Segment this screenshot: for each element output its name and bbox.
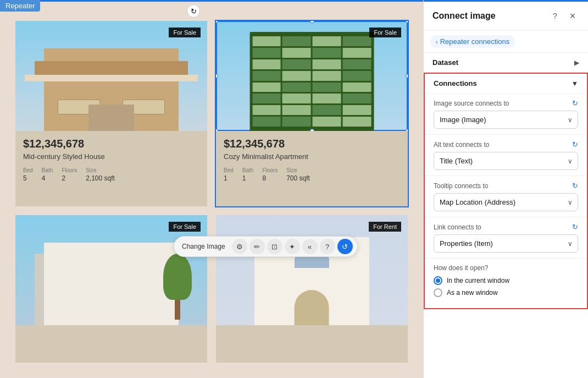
handle-br[interactable] xyxy=(406,129,408,131)
radio-new-label: As a new window xyxy=(447,289,498,297)
card-2-title: Cozy Minimalist Apartment xyxy=(224,152,400,161)
image-source-select[interactable]: Image (Image) Title (Text) Map Location … xyxy=(434,111,578,129)
card-1-image: For Sale xyxy=(15,21,207,131)
card-1-title: Mid-century Styled House xyxy=(23,152,199,161)
card-3-image: For Sale xyxy=(15,215,207,325)
alt-text-group: Alt text connects to ↻ Image (Image) Tit… xyxy=(425,134,587,176)
link-label: Link connects to ↻ xyxy=(434,223,578,231)
alt-text-refresh-icon[interactable]: ↻ xyxy=(572,140,578,149)
card-2-content: $12,345,678 Cozy Minimalist Apartment Be… xyxy=(216,131,408,189)
card-2-image: For Sale Image ↻ xyxy=(216,21,408,131)
panel-title: Connect image xyxy=(432,11,496,21)
cards-grid: For Sale $12,345,678 Mid-century Styled … xyxy=(0,0,423,378)
how-open-section: How does it open? In the current window … xyxy=(425,258,587,308)
edit-btn[interactable]: ✏ xyxy=(249,239,265,254)
right-panel: Connect image ? × ‹ Repeater connections… xyxy=(423,0,588,378)
how-open-label: How does it open? xyxy=(434,264,578,272)
tooltip-select[interactable]: Image (Image) Title (Text) Map Location … xyxy=(434,193,578,211)
connections-label: Connections xyxy=(434,79,477,87)
card-1-specs: Bed5 Bath4 Floors2 Size2,100 sqft xyxy=(23,167,199,182)
connect-btn[interactable]: ↺ xyxy=(337,239,353,254)
tooltip-refresh-icon[interactable]: ↻ xyxy=(572,182,578,190)
breadcrumb-text: Repeater connections xyxy=(440,37,509,46)
radio-current-circle xyxy=(434,276,442,285)
card-1-price: $12,345,678 xyxy=(23,138,199,150)
back-btn[interactable]: « xyxy=(302,239,318,254)
crop-btn[interactable]: ⊡ xyxy=(267,239,282,254)
connections-section: Connections ▼ Image source connects to ↻… xyxy=(424,73,588,309)
image-source-dropdown-wrap: Image (Image) Title (Text) Map Location … xyxy=(434,111,578,129)
green-building-shape xyxy=(249,32,374,131)
dataset-row[interactable]: Dataset ▶ xyxy=(424,53,588,73)
close-icon-btn[interactable]: × xyxy=(566,9,579,23)
image-source-refresh-icon[interactable]: ↻ xyxy=(572,99,578,107)
mask-btn[interactable]: ✦ xyxy=(285,239,300,254)
canvas-area: Repeater ↻ For Sale $12,345,678 xyxy=(0,0,423,378)
card-1[interactable]: For Sale $12,345,678 Mid-century Styled … xyxy=(15,21,207,206)
dataset-label: Dataset xyxy=(432,58,458,67)
link-dropdown-wrap: Image (Image) Title (Text) Map Location … xyxy=(434,234,578,253)
card-2-specs: Bed1 Bath1 Floors8 Size700 sqft xyxy=(224,167,400,182)
handle-tl[interactable] xyxy=(216,21,218,23)
card-4-image: For Rent xyxy=(216,215,408,325)
card-2[interactable]: For Sale Image ↻ $12,345,678 Cozy Minima… xyxy=(216,21,408,206)
radio-new-circle xyxy=(434,288,442,297)
toolbar-change-image-label: Change Image xyxy=(179,242,229,251)
card-2-badge: For Sale xyxy=(369,28,401,37)
handle-tm[interactable] xyxy=(310,21,314,23)
card-1-badge: For Sale xyxy=(169,28,201,37)
radio-current-label: In the current window xyxy=(447,277,509,284)
help-icon-btn[interactable]: ? xyxy=(548,9,562,23)
tooltip-group: Tooltip connects to ↻ Image (Image) Titl… xyxy=(425,176,587,217)
alt-text-dropdown-wrap: Image (Image) Title (Text) Map Location … xyxy=(434,152,578,170)
panel-header-icons: ? × xyxy=(548,9,579,23)
card-3-badge: For Sale xyxy=(169,222,201,232)
card-4-content xyxy=(216,325,408,345)
tooltip-dropdown-wrap: Image (Image) Title (Text) Map Location … xyxy=(434,193,578,211)
card-2-price: $12,345,678 xyxy=(224,138,400,150)
radio-new-window[interactable]: As a new window xyxy=(434,288,578,297)
connections-chevron-icon: ▼ xyxy=(572,80,578,87)
image-source-group: Image source connects to ↻ Image (Image)… xyxy=(425,93,587,134)
link-select[interactable]: Image (Image) Title (Text) Map Location … xyxy=(434,234,578,253)
breadcrumb-link[interactable]: ‹ Repeater connections xyxy=(430,35,515,48)
alt-text-select[interactable]: Image (Image) Title (Text) Map Location … xyxy=(434,152,578,170)
handle-ml[interactable] xyxy=(216,74,218,78)
repeater-label: Repeater xyxy=(0,0,40,12)
card-1-content: $12,345,678 Mid-century Styled House Bed… xyxy=(15,131,207,189)
green-building-windows xyxy=(249,32,374,131)
handle-mr[interactable] xyxy=(406,74,408,78)
breadcrumb-chevron: ‹ xyxy=(436,39,438,45)
radio-current-window[interactable]: In the current window xyxy=(434,276,578,285)
radio-current-dot xyxy=(436,278,440,283)
connections-header[interactable]: Connections ▼ xyxy=(425,74,587,93)
panel-header: Connect image ? × xyxy=(424,2,588,31)
handle-bl[interactable] xyxy=(216,129,218,131)
breadcrumb-bar: ‹ Repeater connections xyxy=(424,31,588,53)
card-4-badge: For Rent xyxy=(369,222,401,232)
handle-bm[interactable] xyxy=(310,129,314,131)
tooltip-label: Tooltip connects to ↻ xyxy=(434,182,578,190)
image-toolbar: Change Image ⚙ ✏ ⊡ ✦ « ? ↺ xyxy=(174,236,358,257)
dataset-chevron-icon: ▶ xyxy=(574,59,579,67)
link-refresh-icon[interactable]: ↻ xyxy=(572,223,578,231)
settings-btn[interactable]: ⚙ xyxy=(232,239,247,254)
alt-text-label: Alt text connects to ↻ xyxy=(434,140,578,149)
card-3-content xyxy=(15,325,207,345)
help-btn[interactable]: ? xyxy=(320,239,335,254)
handle-tr[interactable] xyxy=(406,21,408,23)
link-group: Link connects to ↻ Image (Image) Title (… xyxy=(425,217,587,258)
canvas-refresh-icon[interactable]: ↻ xyxy=(187,4,200,18)
image-source-label: Image source connects to ↻ xyxy=(434,99,578,107)
